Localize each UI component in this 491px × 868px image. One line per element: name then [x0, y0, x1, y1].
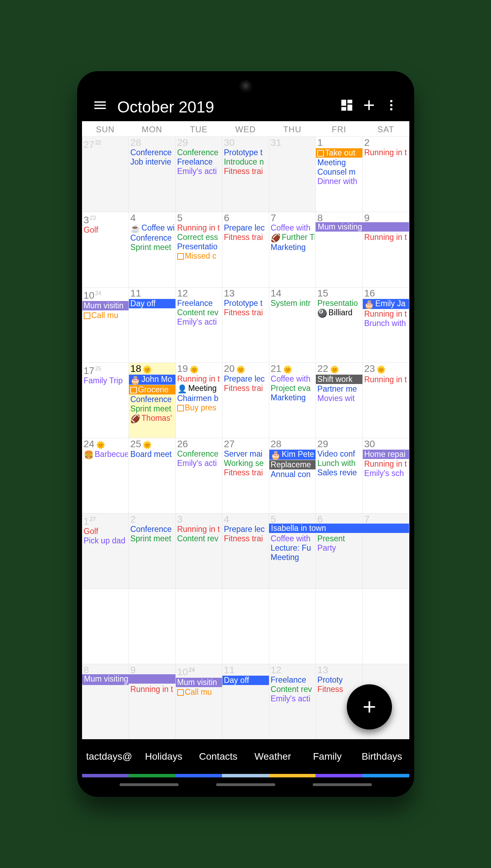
calendar-day-cell[interactable]: 323Golf	[82, 212, 129, 287]
calendar-event[interactable]: Conference	[130, 148, 175, 157]
calendar-event[interactable]: Conference	[130, 233, 175, 243]
calendar-event[interactable]: Marketing	[271, 393, 315, 402]
calendar-day-cell[interactable]: 127GolfPick up dad	[82, 513, 129, 589]
calendar-event[interactable]: Running in t	[177, 374, 222, 384]
calendar-event[interactable]: Dinner with	[317, 177, 362, 186]
calendar-event[interactable]: Prepare lec	[224, 374, 268, 384]
view-button[interactable]	[336, 94, 358, 116]
calendar-event[interactable]: Fitness trai	[224, 308, 268, 317]
calendar-event[interactable]: Prototype t	[224, 148, 268, 157]
multi-day-event[interactable]: Mum visiting	[82, 674, 175, 684]
calendar-event[interactable]: Missed c	[177, 251, 222, 261]
calendar-event[interactable]: 🍔Barbecue	[84, 450, 128, 460]
calendar-footer-tabs[interactable]: tactdays@ Holidays Contacts Weather Fami…	[82, 739, 409, 774]
calendar-day-cell[interactable]: 1024Mum visitinCall mu	[175, 664, 222, 739]
calendar-day-cell[interactable]: 2Running in t	[362, 136, 409, 212]
calendar-event[interactable]: Running in t	[364, 309, 409, 319]
calendar-event[interactable]: Sprint meet	[130, 534, 175, 543]
footer-tab[interactable]: tactdays@	[82, 739, 137, 774]
calendar-event[interactable]: System intr	[271, 299, 315, 308]
calendar-event[interactable]: Party	[317, 543, 362, 553]
calendar-event[interactable]: Job intervie	[130, 157, 175, 167]
calendar-event[interactable]: Brunch with	[364, 319, 409, 328]
page-title[interactable]: October 2019	[117, 98, 214, 116]
calendar-event[interactable]: Running in t	[364, 375, 409, 384]
calendar-day-cell[interactable]: 28ConferenceJob intervie	[129, 136, 175, 212]
calendar-event[interactable]: Board meet	[130, 450, 175, 459]
calendar-event[interactable]: 👤Meeting	[177, 384, 222, 394]
calendar-day-cell[interactable]: 11Day off	[222, 664, 269, 739]
calendar-day-cell[interactable]: 7Coffee with🏈Further TiMarketing	[269, 212, 316, 287]
calendar-event[interactable]: Prototype t	[224, 299, 268, 308]
calendar-day-cell[interactable]: 5Running in tCorrect essPresentatioMisse…	[175, 212, 222, 287]
calendar-day-cell[interactable]: 6Prepare lecFitness trai	[222, 212, 269, 287]
calendar-event[interactable]: Running in t	[177, 525, 222, 534]
calendar-day-cell[interactable]: 2722	[82, 136, 129, 212]
calendar-event[interactable]: Introduce n	[224, 157, 268, 167]
calendar-day-cell[interactable]: 31	[269, 136, 316, 212]
calendar-day-cell[interactable]: 20🌞Prepare lecFitness trai	[222, 362, 269, 438]
calendar-event[interactable]: Mum visitin	[82, 301, 129, 310]
calendar-event[interactable]: Take out	[316, 148, 362, 158]
calendar-day-cell[interactable]: 21🌞Coffee withProject evaMarketing	[269, 362, 316, 438]
calendar-event[interactable]: Grocerie	[129, 385, 175, 394]
footer-tab[interactable]: Holidays	[137, 739, 191, 774]
add-button[interactable]	[358, 94, 380, 116]
calendar-event[interactable]: Running in t	[130, 685, 175, 694]
calendar-day-cell[interactable]: 1Take outMeetingCounsel mDinner with	[316, 136, 362, 212]
calendar-event[interactable]: 🎂Kim Pete	[269, 450, 316, 460]
calendar-day-cell[interactable]	[316, 589, 362, 664]
calendar-event[interactable]: Video conf	[317, 449, 362, 459]
calendar-day-cell[interactable]: 22🌞Shift workPartner meMovies wit	[316, 362, 362, 438]
calendar-event[interactable]: Correct ess	[177, 233, 222, 242]
calendar-event[interactable]: Running in t	[364, 148, 409, 157]
calendar-day-cell[interactable]: 25🌞Board meet	[129, 438, 175, 513]
calendar-event[interactable]: 🎂Emily Ja	[363, 299, 409, 309]
calendar-grid[interactable]: 272228ConferenceJob intervie29Conference…	[82, 136, 409, 739]
calendar-event[interactable]: Partner me	[317, 384, 362, 394]
calendar-event[interactable]: Content rev	[271, 685, 315, 694]
calendar-day-cell[interactable]: 12FreelanceContent revEmily's acti	[269, 664, 316, 739]
calendar-day-cell[interactable]: 30Prototype tIntroduce nFitness trai	[222, 136, 269, 212]
calendar-day-cell[interactable]: 1725Family Trip	[82, 362, 129, 438]
footer-tab[interactable]: Birthdays	[355, 739, 409, 774]
calendar-event[interactable]: Prepare lec	[224, 525, 268, 534]
footer-tab[interactable]: Weather	[246, 739, 300, 774]
calendar-day-cell[interactable]: 30Home repaiRunning in tEmily's sch	[362, 438, 409, 513]
calendar-event[interactable]: Coffee with	[271, 223, 315, 233]
calendar-event[interactable]: Server mai	[224, 449, 268, 459]
calendar-day-cell[interactable]: 15Presentatio🎱Billiard	[316, 287, 362, 362]
calendar-event[interactable]: Running in t	[364, 459, 409, 469]
calendar-day-cell[interactable]: 12FreelanceContent revEmily's acti	[175, 287, 222, 362]
calendar-event[interactable]: Conference	[130, 395, 175, 404]
calendar-event[interactable]: Day off	[129, 299, 175, 308]
calendar-day-cell[interactable]: 4Prepare lecFitness trai	[222, 513, 269, 589]
calendar-event[interactable]: Present	[317, 534, 362, 543]
calendar-event[interactable]: Working se	[224, 459, 268, 468]
calendar-day-cell[interactable]: 26ConferenceEmily's acti	[175, 438, 222, 513]
calendar-event[interactable]: Golf	[84, 225, 128, 235]
calendar-day-cell[interactable]: 2ConferenceSprint meet	[129, 513, 175, 589]
calendar-event[interactable]: Freelance	[177, 299, 222, 308]
calendar-event[interactable]: Running in t	[177, 223, 222, 233]
calendar-day-cell[interactable]: 28🎂Kim PeteReplacemeAnnual con	[269, 438, 316, 513]
calendar-event[interactable]: Conference	[130, 525, 175, 534]
calendar-day-cell[interactable]: 18🌞🎂John MoGrocerieConferenceSprint meet…	[129, 362, 175, 438]
calendar-event[interactable]: Chairmen b	[177, 394, 222, 403]
calendar-event[interactable]: 🏈Further Ti	[271, 233, 315, 243]
calendar-event[interactable]: Presentatio	[317, 299, 362, 308]
calendar-event[interactable]: Coffee with	[271, 374, 315, 384]
calendar-event[interactable]: Day off	[222, 676, 269, 685]
calendar-event[interactable]: Presentatio	[177, 242, 222, 251]
calendar-event[interactable]: Conference	[177, 148, 222, 157]
calendar-event[interactable]: Annual con	[271, 470, 315, 479]
calendar-day-cell[interactable]: 24🌞🍔Barbecue	[82, 438, 129, 513]
calendar-event[interactable]: Buy pres	[177, 403, 222, 412]
calendar-event[interactable]: Fitness trai	[224, 468, 268, 477]
calendar-day-cell[interactable]	[269, 589, 316, 664]
fab-add-button[interactable]	[347, 684, 392, 729]
calendar-event[interactable]: Sprint meet	[130, 404, 175, 414]
calendar-event[interactable]: Meeting	[317, 158, 362, 167]
calendar-day-cell[interactable]: 16🎂Emily JaRunning in tBrunch with	[362, 287, 409, 362]
calendar-day-cell[interactable]	[175, 589, 222, 664]
